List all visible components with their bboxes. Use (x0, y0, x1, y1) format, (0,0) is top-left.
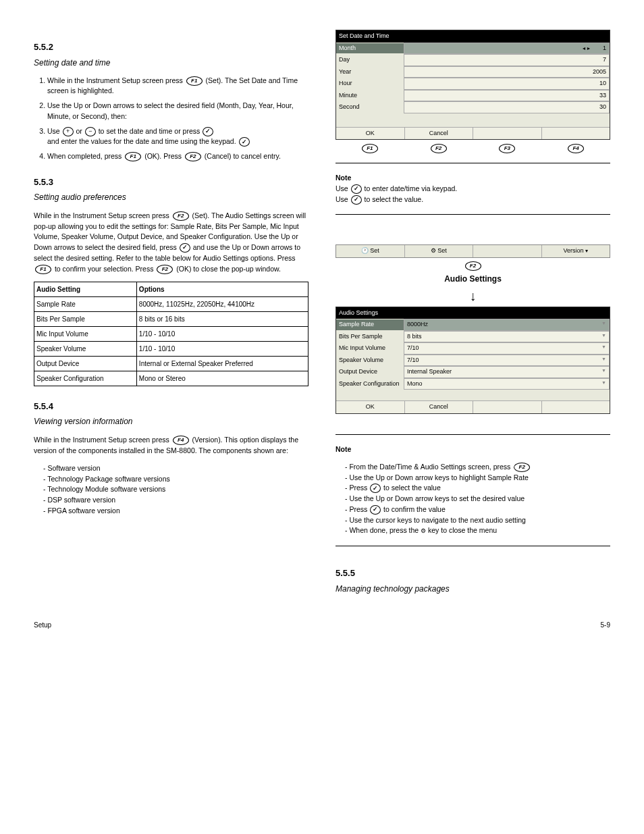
check-key-icon: ✓ (351, 195, 362, 205)
dialog-row-day[interactable]: Day7 (336, 54, 610, 66)
note-block-1: Note Use ✓ to enter date/time via keypad… (336, 173, 610, 205)
plus-key-icon: + (63, 127, 74, 136)
f2-key-icon: F2 (465, 261, 481, 271)
f1-key-icon: F1 (186, 76, 203, 86)
dialog-title: Audio Settings (336, 307, 610, 319)
note-block-2: Note From the Date/Time & Audio Settings… (336, 444, 610, 537)
section-5-5-2-heading: 5.5.2 (34, 41, 308, 54)
dialog-row-output-device[interactable]: Output DeviceInternal Speaker▼ (336, 366, 610, 378)
dialog-title: Set Date and Time (336, 30, 610, 43)
tab-empty (473, 245, 542, 257)
f2-key-icon: F2 (185, 152, 201, 161)
page-footer: Setup 5-9 (34, 621, 610, 629)
clock-icon (361, 247, 369, 254)
tab-version[interactable]: Version ▾ (542, 245, 610, 257)
audio-pref-paragraph: While in the Instrument Setup screen pre… (34, 211, 308, 275)
dialog-row-second[interactable]: Second30 (336, 101, 610, 113)
check-key-icon: ✓ (239, 137, 250, 147)
section-5-5-5-heading: 5.5.5 (336, 567, 610, 580)
section-5-5-5-title: Managing technology packages (336, 583, 610, 595)
dialog-row-sample-rate[interactable]: Sample Rate8000Hz▼ (336, 319, 610, 331)
audio-options-table: Audio Setting Options Sample Rate8000Hz,… (34, 282, 308, 386)
section-5-5-2-title: Setting date and time (34, 57, 308, 69)
dialog-row-bits[interactable]: Bits Per Sample8 bits▼ (336, 331, 610, 343)
gear-icon (431, 247, 436, 254)
f2-key-icon: F2 (157, 265, 173, 274)
f1-key-icon: F1 (362, 144, 378, 153)
tab-set-audio[interactable]: Set (405, 245, 474, 257)
cancel-button[interactable]: Cancel (405, 128, 474, 140)
version-paragraph: While in the Instrument Setup screen pre… (34, 435, 308, 457)
section-5-5-3-title: Setting audio preferences (34, 191, 308, 203)
section-5-5-3-heading: 5.5.3 (34, 176, 308, 189)
tab-set-clock[interactable]: Set (336, 245, 405, 257)
f3-key-icon: F3 (499, 144, 515, 153)
section-5-5-4-heading: 5.5.4 (34, 400, 308, 413)
set-date-time-dialog: Set Date and Time Month ◄► 1 Day7 Year20… (336, 30, 610, 140)
f2-key-icon: F2 (173, 211, 189, 221)
section-5-5-4-title: Viewing version information (34, 415, 308, 427)
ok-button[interactable]: OK (336, 401, 405, 413)
f2-key-icon: F2 (431, 144, 447, 153)
check-key-icon: ✓ (203, 127, 213, 136)
audio-settings-label: Audio Settings (336, 273, 610, 285)
components-list: Software version Technology Package soft… (34, 463, 308, 517)
check-key-icon: ✓ (351, 184, 362, 194)
arrow-down-icon: ↓ (336, 289, 610, 303)
dialog-row-minute[interactable]: Minute33 (336, 90, 610, 102)
dialog-row-year[interactable]: Year2005 (336, 66, 610, 78)
footer-right: 5-9 (601, 621, 610, 629)
check-key-icon: ✓ (370, 505, 381, 515)
instrument-setup-tabbar: Set Set Version ▾ (336, 244, 610, 258)
f4-key-icon: F4 (173, 436, 189, 445)
dialog-row-month[interactable]: Month ◄► 1 (336, 43, 610, 55)
footer-left: Setup (34, 621, 51, 629)
minus-key-icon: − (85, 127, 96, 136)
left-column: 5.5.2 Setting date and time While in the… (34, 27, 308, 602)
date-time-steps: While in the Instrument Setup screen pre… (34, 76, 308, 162)
f1-key-icon: F1 (35, 265, 51, 274)
dialog-row-speaker-config[interactable]: Speaker ConfigurationMono▼ (336, 378, 610, 390)
f2-key-icon: F2 (514, 463, 530, 472)
cancel-button[interactable]: Cancel (405, 401, 474, 413)
gear-icon (421, 526, 426, 534)
right-column: Set Date and Time Month ◄► 1 Day7 Year20… (336, 27, 610, 602)
f4-key-icon: F4 (568, 144, 584, 153)
audio-settings-dialog: Audio Settings Sample Rate8000Hz▼ Bits P… (336, 307, 610, 414)
spinner-icon[interactable]: ◄► (582, 46, 591, 51)
f1-key-icon: F1 (125, 152, 141, 161)
check-key-icon: ✓ (180, 243, 190, 253)
ok-button[interactable]: OK (336, 128, 405, 140)
check-key-icon: ✓ (370, 484, 381, 493)
dialog-row-mic-vol[interactable]: Mic Input Volume7/10▼ (336, 342, 610, 355)
fkey-row: F1 F2 F3 F4 (336, 144, 610, 153)
dialog-row-hour[interactable]: Hour10 (336, 78, 610, 90)
dialog-row-speaker-vol[interactable]: Speaker Volume7/10▼ (336, 355, 610, 367)
